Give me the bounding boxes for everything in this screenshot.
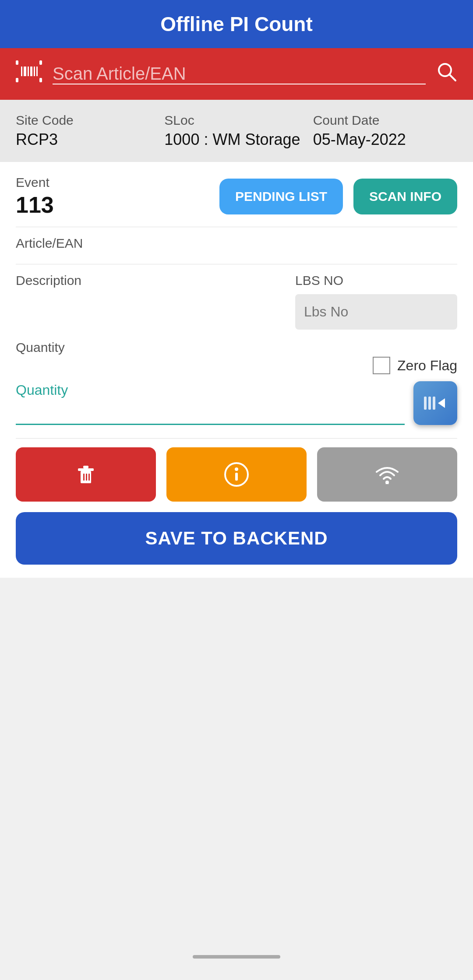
- event-label: Event: [16, 175, 54, 190]
- event-section: Event 113: [16, 175, 54, 218]
- quantity-input-label: Quantity: [16, 382, 405, 398]
- sloc-label: SLoc: [164, 113, 308, 128]
- site-code-value: RCP3: [16, 130, 160, 149]
- svg-rect-6: [28, 67, 29, 76]
- event-value: 113: [16, 192, 54, 218]
- svg-rect-13: [428, 397, 431, 410]
- svg-rect-20: [86, 474, 87, 481]
- next-button[interactable]: [413, 381, 457, 425]
- description-label: Description: [16, 273, 282, 288]
- app-header: Offline PI Count: [0, 0, 473, 48]
- save-to-backend-button[interactable]: SAVE TO BACKEND: [16, 512, 457, 565]
- main-content: Event 113 PENDING LIST SCAN INFO Article…: [0, 162, 473, 578]
- quantity-input-row: Quantity: [16, 381, 457, 425]
- wifi-button[interactable]: [317, 447, 457, 502]
- scan-bar: [0, 48, 473, 100]
- article-ean-label: Article/EAN: [16, 236, 457, 251]
- event-row: Event 113 PENDING LIST SCAN INFO: [16, 175, 457, 218]
- quantity-input[interactable]: [16, 402, 405, 420]
- svg-rect-1: [39, 60, 42, 65]
- trash-icon: [73, 461, 99, 488]
- count-date-label: Count Date: [313, 113, 457, 128]
- pending-list-button[interactable]: PENDING LIST: [219, 179, 343, 214]
- search-button[interactable]: [436, 61, 457, 87]
- description-section: Description: [16, 273, 282, 290]
- svg-rect-3: [39, 78, 42, 82]
- lbs-no-input[interactable]: [295, 294, 457, 330]
- site-code-field: Site Code RCP3: [16, 113, 160, 149]
- action-buttons-row: [16, 447, 457, 502]
- svg-point-24: [235, 467, 238, 471]
- home-indicator: [193, 955, 280, 959]
- scan-barcode-icon: [16, 60, 42, 88]
- info-icon: [223, 461, 250, 488]
- svg-rect-17: [78, 468, 94, 471]
- app-title: Offline PI Count: [160, 12, 313, 36]
- zero-flag-row: Zero Flag: [16, 357, 457, 374]
- svg-rect-12: [424, 397, 427, 410]
- scan-article-ean-input[interactable]: [53, 64, 426, 84]
- zero-flag-checkbox[interactable]: [373, 357, 390, 374]
- svg-marker-15: [438, 398, 445, 408]
- divider-1: [16, 227, 457, 227]
- info-card: Site Code RCP3 SLoc 1000 : WM Storage Co…: [0, 100, 473, 162]
- scan-input-wrapper[interactable]: [53, 64, 426, 84]
- svg-line-11: [449, 74, 455, 81]
- svg-rect-2: [16, 78, 18, 82]
- svg-point-25: [385, 481, 389, 484]
- article-ean-section: Article/EAN: [16, 236, 457, 251]
- zero-flag-label: Zero Flag: [397, 358, 457, 374]
- svg-rect-8: [34, 67, 35, 76]
- sloc-field: SLoc 1000 : WM Storage: [164, 113, 308, 149]
- sloc-value: 1000 : WM Storage: [164, 130, 308, 149]
- svg-rect-23: [235, 473, 238, 481]
- svg-rect-19: [83, 474, 85, 481]
- wifi-icon: [374, 463, 400, 486]
- scan-info-button[interactable]: SCAN INFO: [353, 179, 457, 214]
- site-code-label: Site Code: [16, 113, 160, 128]
- divider-2: [16, 264, 457, 264]
- svg-rect-7: [30, 67, 32, 76]
- info-button[interactable]: [166, 447, 307, 502]
- lbs-no-section: LBS NO: [295, 273, 457, 330]
- divider-3: [16, 438, 457, 439]
- svg-rect-9: [36, 67, 38, 76]
- quantity-section: Quantity Zero Flag Quantity: [16, 340, 457, 425]
- svg-rect-4: [21, 67, 22, 76]
- desc-lbs-row: Description LBS NO: [16, 273, 457, 330]
- svg-rect-0: [16, 60, 18, 65]
- svg-rect-14: [433, 397, 435, 410]
- bottom-area: [0, 578, 473, 972]
- svg-rect-5: [24, 67, 26, 76]
- quantity-input-wrapper: Quantity: [16, 382, 405, 425]
- svg-rect-18: [83, 466, 88, 468]
- quantity-label: Quantity: [16, 340, 457, 355]
- count-date-field: Count Date 05-May-2022: [313, 113, 457, 149]
- event-buttons: PENDING LIST SCAN INFO: [219, 179, 457, 214]
- delete-button[interactable]: [16, 447, 156, 502]
- lbs-no-label: LBS NO: [295, 273, 457, 288]
- svg-rect-21: [88, 474, 90, 481]
- count-date-value: 05-May-2022: [313, 130, 457, 149]
